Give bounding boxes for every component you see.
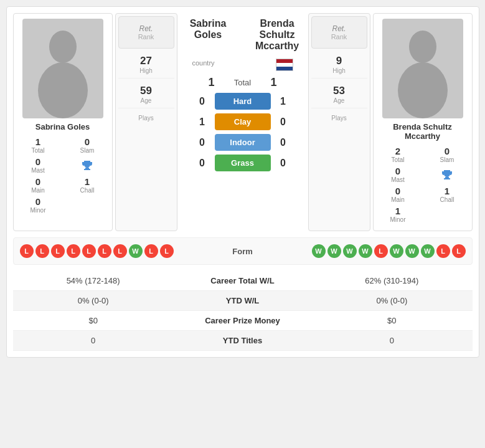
player2-slam-item: 0 Slam (425, 146, 469, 163)
player1-avatar (22, 19, 103, 118)
stats-right-2: $0 (311, 311, 472, 331)
form-badge: L (113, 244, 127, 258)
svg-point-5 (398, 62, 448, 118)
totals-row: 1 Total 1 (180, 76, 306, 89)
player2-age-value: 53 (333, 85, 345, 97)
total-left: 1 (204, 76, 219, 89)
player2-center-name: Brenda SchultzMccarthy (249, 18, 306, 52)
flag-row: country (180, 54, 306, 71)
stats-label-2: Career Prize Money (174, 311, 311, 331)
stats-left-1: 0% (0-0) (13, 291, 174, 311)
form-badge: L (144, 244, 158, 258)
total-label: Total (224, 78, 261, 87)
indoor-button[interactable]: Indoor (215, 134, 271, 151)
player1-main-item: 0 Main (16, 176, 60, 194)
player1-mast-label: Mast (31, 167, 45, 174)
stats-label-3: YTD Titles (174, 331, 311, 351)
player1-plays-stat: Plays (118, 111, 174, 125)
country-text: country (192, 59, 215, 67)
svg-point-0 (49, 31, 77, 63)
player1-total-item: 1 Total (16, 136, 60, 154)
form-badge: L (98, 244, 111, 258)
player2-chall-value: 1 (445, 186, 450, 196)
form-badge: W (405, 244, 419, 258)
player1-name: Sabrina Goles (35, 122, 90, 131)
form-badge: L (160, 244, 174, 258)
form-badge: L (20, 244, 34, 258)
player1-total-label: Total (31, 147, 44, 154)
player2-name: Brenda Schultz Mccarthy (376, 122, 469, 141)
player2-minor-label: Minor (390, 216, 405, 223)
grass-right: 0 (276, 158, 291, 169)
svg-rect-2 (85, 168, 89, 169)
player2-total-item: 2 Total (376, 146, 420, 163)
form-badge: W (359, 244, 372, 258)
clay-button[interactable]: Clay (215, 113, 271, 130)
form-badge: W (343, 244, 357, 258)
form-badge: W (312, 244, 326, 258)
player1-age-label: Age (141, 97, 152, 104)
grass-left: 0 (195, 158, 210, 169)
surface-row-hard: 0 Hard 1 (180, 93, 306, 110)
hard-button[interactable]: Hard (215, 93, 271, 110)
form-badge: W (129, 244, 143, 258)
svg-point-4 (409, 31, 436, 63)
player2-high-label: High (332, 67, 346, 74)
stats-row: 0 YTD Titles 0 (13, 331, 473, 351)
form-section: LLLLLLLWLL Form WWWWLWWWLL (13, 237, 473, 265)
player1-mast-value: 0 (35, 156, 40, 167)
names-row: SabrinaGoles Brenda SchultzMccarthy (180, 13, 306, 54)
player1-ret-rank: Ret. Rank (118, 16, 174, 49)
main-card: Sabrina Goles 1 Total 0 Slam 0 Mast (6, 6, 479, 358)
player2-mast-value: 0 (395, 166, 400, 176)
player2-chall-item: 1 Chall (425, 186, 469, 203)
form-badge: W (327, 244, 341, 258)
player2-main-value: 0 (395, 186, 400, 196)
player1-center-name: SabrinaGoles (180, 18, 237, 41)
player2-ret-text: Ret. (332, 24, 346, 33)
player2-stat-panel: Ret. Rank 9 High 53 Age Plays (308, 13, 370, 231)
form-badge: L (452, 244, 466, 258)
player1-high-value: 27 (140, 55, 152, 67)
player1-slam-value: 0 (85, 136, 90, 147)
indoor-right: 0 (276, 137, 291, 148)
stats-label-1: YTD W/L (174, 291, 311, 311)
player2-slam-value: 0 (445, 146, 450, 156)
stats-row: $0 Career Prize Money $0 (13, 311, 473, 331)
player2-stats-grid: 2 Total 0 Slam 0 Mast (376, 146, 469, 223)
form-badge: L (82, 244, 96, 258)
player2-high-stat: 9 High (311, 51, 367, 79)
player2-mast-item: 0 Mast (376, 166, 420, 183)
stats-row: 0% (0-0) YTD W/L 0% (0-0) (13, 291, 473, 311)
stats-row: 54% (172-148) Career Total W/L 62% (310-… (13, 271, 473, 291)
player2-card: Brenda Schultz Mccarthy 2 Total 0 Slam 0… (373, 13, 473, 231)
player2-plays-label: Plays (331, 115, 346, 122)
player2-main-item: 0 Main (376, 186, 420, 203)
player1-high-label: High (139, 67, 153, 74)
stats-right-0: 62% (310-194) (311, 271, 472, 291)
player2-rank-sub: Rank (331, 33, 347, 41)
stats-label-0: Career Total W/L (174, 271, 311, 291)
svg-point-1 (38, 62, 88, 118)
surface-row-indoor: 0 Indoor 0 (180, 134, 306, 151)
player1-high-stat: 27 High (118, 51, 174, 79)
player2-plays-stat: Plays (311, 111, 367, 125)
player1-chall-label: Chall (80, 187, 95, 194)
surface-row-clay: 1 Clay 0 (180, 113, 306, 130)
player2-form-badges: WWWWLWWWLL (312, 244, 466, 258)
form-badge: L (436, 244, 450, 258)
player2-minor-item: 1 Minor (376, 206, 420, 223)
player1-country-flag: country (192, 59, 215, 67)
grass-button[interactable]: Grass (215, 155, 271, 171)
player1-stats-grid: 1 Total 0 Slam 0 Mast (16, 136, 110, 214)
player2-avatar (382, 19, 463, 118)
player2-slam-label: Slam (440, 156, 454, 163)
right-player-area: Ret. Rank 9 High 53 Age Plays (308, 13, 473, 231)
form-badge: W (421, 244, 435, 258)
top-layout: Sabrina Goles 1 Total 0 Slam 0 Mast (13, 13, 473, 231)
player1-slam-item: 0 Slam (65, 136, 110, 154)
surface-row-grass: 0 Grass 0 (180, 155, 306, 171)
form-badge: W (390, 244, 403, 258)
hard-left: 0 (195, 96, 210, 107)
indoor-left: 0 (195, 137, 210, 148)
